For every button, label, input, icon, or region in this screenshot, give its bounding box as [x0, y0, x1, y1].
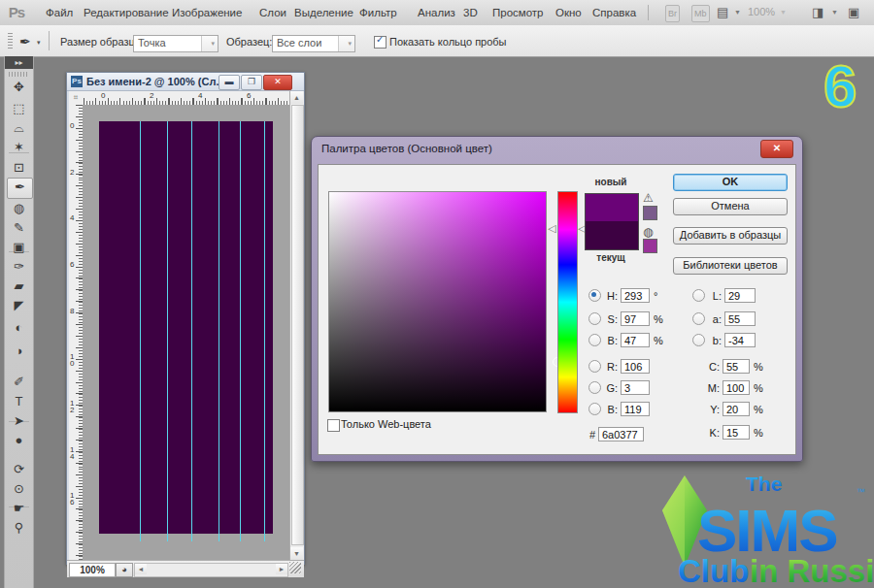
red-radio[interactable]	[588, 360, 601, 373]
lasso-tool-icon[interactable]: ⌓	[7, 118, 31, 138]
green-radio[interactable]	[588, 381, 601, 394]
menu-select[interactable]: Выделение	[294, 6, 353, 19]
document-title-bar[interactable]: Ps Без имени-2 @ 100% (Сл... ▬ ❐ ✕	[67, 73, 304, 91]
sample-dropdown[interactable]: Все слои ▾	[272, 35, 355, 52]
zoom-tool-icon[interactable]: ⚲	[7, 518, 31, 538]
history-brush-tool-icon[interactable]: ✑	[7, 257, 31, 277]
menu-edit[interactable]: Редактирование	[84, 6, 169, 19]
yellow-input[interactable]: 20	[723, 402, 750, 416]
web-colors-only-checkbox[interactable]	[327, 419, 340, 432]
minimize-button[interactable]: ▬	[218, 75, 240, 90]
collapse-panel-icon[interactable]: ▸▸	[5, 56, 33, 69]
menu-layers[interactable]: Слои	[259, 6, 286, 19]
crop-tool-icon[interactable]: ⊡	[7, 158, 31, 178]
screen-mode-icon[interactable]: ◨	[812, 5, 824, 20]
zoom-percentage-field[interactable]: 100%	[69, 563, 116, 577]
ellipse-shape-tool-icon[interactable]: ●	[7, 431, 31, 450]
magenta-input[interactable]: 100	[723, 380, 750, 395]
lab-a-radio[interactable]	[692, 312, 705, 325]
saturation-radio[interactable]	[588, 312, 601, 325]
brush-tool-icon[interactable]: ✎	[7, 218, 31, 238]
horizontal-ruler[interactable]: 0 2 4 6	[83, 91, 289, 106]
rotate-3d-tool-icon[interactable]: ⟳	[7, 460, 31, 479]
ruler-origin-box[interactable]: ⌗	[69, 91, 84, 106]
vertical-scroll-thumb[interactable]	[291, 105, 304, 545]
hex-input[interactable]: 6a0377	[598, 427, 644, 441]
orbit-3d-camera-tool-icon[interactable]: ⊙	[7, 479, 31, 499]
add-to-swatches-button[interactable]: Добавить в образцы	[673, 227, 788, 245]
brightness-radio[interactable]	[588, 334, 601, 346]
tools-panel-grip[interactable]	[9, 72, 29, 77]
hand-tool-icon[interactable]: ☛	[7, 499, 31, 518]
pen-tool-icon[interactable]: ✐	[7, 373, 31, 392]
hue-radio[interactable]	[588, 289, 601, 302]
scroll-down-icon[interactable]: ▼	[290, 547, 303, 560]
scroll-left-icon[interactable]: ◄	[135, 564, 147, 574]
menu-help[interactable]: Справка	[592, 6, 636, 19]
tool-preset-chevron-down-icon[interactable]: ▾	[37, 39, 41, 47]
out-of-gamut-substitute-swatch[interactable]	[643, 206, 657, 220]
scroll-right-icon[interactable]: ►	[276, 564, 287, 574]
blue-radio[interactable]	[588, 403, 601, 415]
status-info-icon[interactable]: ◕	[116, 563, 133, 577]
healing-brush-tool-icon[interactable]: ◍	[7, 199, 31, 218]
zoom-level-value[interactable]: 100%	[748, 6, 775, 17]
type-tool-icon[interactable]: T	[7, 392, 31, 411]
new-color-swatch[interactable]	[586, 194, 638, 221]
zoom-chevron-down-icon[interactable]: ▼	[780, 9, 787, 16]
clone-stamp-tool-icon[interactable]: ▣	[7, 238, 31, 257]
menu-window[interactable]: Окно	[555, 6, 582, 19]
color-libraries-button[interactable]: Библиотеки цветов	[673, 257, 788, 275]
blue-input[interactable]: 119	[621, 402, 650, 416]
cyan-input[interactable]: 55	[723, 359, 750, 374]
vertical-scrollbar[interactable]: ▲ ▼	[289, 91, 304, 560]
current-color-swatch[interactable]	[586, 221, 638, 249]
arrange-chevron-down-icon[interactable]: ▼	[734, 9, 741, 16]
maximize-button[interactable]: ❐	[241, 75, 262, 90]
lab-l-input[interactable]: 29	[724, 288, 756, 303]
rectangular-marquee-tool-icon[interactable]: ⬚	[7, 99, 31, 118]
quick-selection-tool-icon[interactable]: ✶	[7, 138, 31, 157]
arrange-documents-icon[interactable]: ▤	[717, 5, 728, 20]
menu-analysis[interactable]: Анализ	[418, 6, 455, 19]
black-input[interactable]: 15	[723, 425, 750, 440]
extras-icon[interactable]: ▣	[848, 5, 859, 20]
sample-size-dropdown[interactable]: Точка ▾	[133, 35, 218, 52]
web-safe-substitute-swatch[interactable]	[643, 239, 657, 253]
saturation-brightness-field[interactable]	[328, 191, 547, 412]
blur-tool-icon[interactable]: ◐	[7, 318, 31, 338]
ok-button[interactable]: OK	[673, 174, 788, 191]
sample-dropdown-button[interactable]	[338, 36, 354, 51]
out-of-gamut-warning-icon[interactable]: ⚠	[643, 192, 654, 204]
vertical-ruler[interactable]: 0 2 4 6 8 10 12 14 16	[69, 105, 84, 560]
dialog-close-button[interactable]: ✕	[760, 140, 793, 158]
bridge-icon[interactable]: Br	[665, 5, 680, 22]
options-bar-grip[interactable]	[8, 33, 13, 49]
image-layer[interactable]	[99, 121, 273, 534]
screen-mode-chevron-down-icon[interactable]: ▼	[831, 9, 838, 16]
menu-view[interactable]: Просмотр	[492, 6, 544, 19]
resize-grip[interactable]	[289, 562, 301, 573]
menu-file[interactable]: Файл	[46, 6, 73, 19]
lab-a-input[interactable]: 55	[724, 311, 756, 326]
sample-size-dropdown-button[interactable]	[201, 36, 218, 51]
eyedropper-tool-icon[interactable]: ✒	[7, 178, 33, 199]
horizontal-scrollbar[interactable]: ◄ ►	[134, 563, 288, 577]
non-web-safe-warning-icon[interactable]: ◍	[643, 226, 653, 238]
red-input[interactable]: 106	[621, 359, 650, 374]
show-sampling-ring-checkbox[interactable]	[374, 36, 387, 49]
eraser-tool-icon[interactable]: ▰	[7, 277, 31, 296]
green-input[interactable]: 3	[621, 380, 650, 395]
close-button[interactable]: ✕	[263, 75, 292, 90]
move-tool-icon[interactable]: ✥	[7, 78, 31, 97]
color-preview[interactable]	[585, 193, 639, 250]
menu-3d[interactable]: 3D	[463, 6, 478, 19]
path-selection-tool-icon[interactable]: ➤	[7, 411, 31, 431]
brightness-input[interactable]: 47	[621, 333, 650, 347]
menu-filter[interactable]: Фильтр	[359, 6, 397, 19]
gradient-tool-icon[interactable]: ◤	[7, 296, 31, 315]
mini-bridge-icon[interactable]: Mb	[691, 5, 710, 22]
lab-l-radio[interactable]	[692, 289, 705, 302]
lab-b-radio[interactable]	[692, 334, 705, 346]
scroll-up-icon[interactable]: ▲	[290, 91, 303, 104]
